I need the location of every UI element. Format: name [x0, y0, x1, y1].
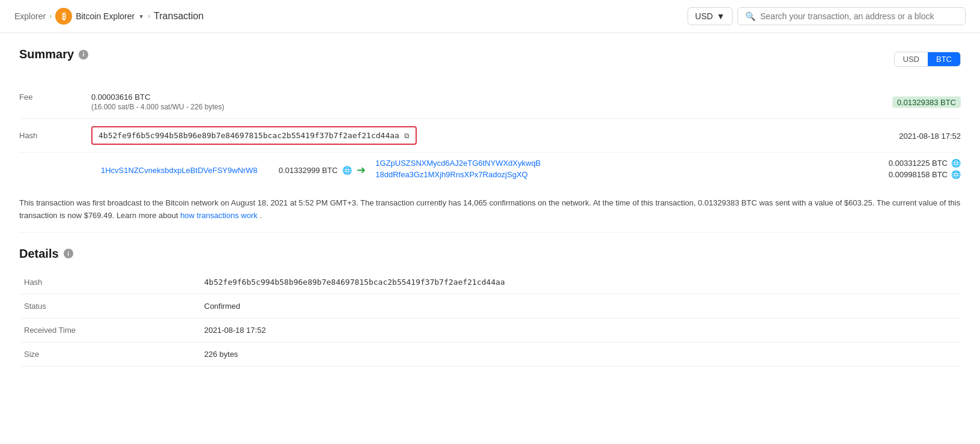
table-row: Size 226 bytes	[19, 342, 961, 366]
table-row: Hash 4b52fe9f6b5c994b58b96e89b7e84697815…	[19, 270, 961, 294]
hash-date: 2021-08-18 17:52	[899, 131, 961, 140]
output-row-2: 18ddRfea3Gz1MXjh9RnsXPx7RadozjSgXQ 0.009…	[375, 170, 961, 179]
input-amount: 0.01332999 BTC	[279, 166, 337, 175]
fee-badge: 0.01329383 BTC	[892, 96, 961, 108]
details-received-label: Received Time	[19, 318, 199, 342]
currency-selector[interactable]: USD ▼	[688, 7, 733, 25]
summary-title: Summary i	[19, 47, 88, 61]
output-amount-1: 0.00331225 BTC 🌐	[889, 159, 961, 168]
details-status-label: Status	[19, 294, 199, 318]
search-icon: 🔍	[745, 11, 755, 21]
tx-amount-middle: 0.01332999 BTC 🌐 ➜	[279, 163, 366, 177]
globe-icon: 🌐	[342, 166, 352, 175]
currency-value: USD	[695, 11, 713, 21]
transaction-description: This transaction was first broadcast to …	[19, 187, 961, 233]
summary-info-icon[interactable]: i	[79, 50, 88, 59]
bitcoin-explorer-link[interactable]: Bitcoin Explorer ▼	[76, 11, 144, 21]
details-info-icon[interactable]: i	[64, 249, 73, 258]
main-content: Summary i USD BTC Fee 0.00003616 BTC (16…	[0, 33, 980, 381]
input-address-link[interactable]: 1HcvS1NZCvneksbdxpLeBtDVeFSY9wNrW8	[101, 166, 258, 175]
bitcoin-icon: ₿	[55, 8, 72, 25]
copy-icon[interactable]: ⧉	[404, 132, 410, 140]
header: Explorer › ₿ Bitcoin Explorer ▼ › Transa…	[0, 0, 980, 33]
description-text: This transaction was first broadcast to …	[19, 198, 960, 220]
bitcoin-explorer-label: Bitcoin Explorer	[76, 11, 135, 21]
currency-toggle[interactable]: USD BTC	[894, 52, 961, 67]
breadcrumb-arrow-1: ›	[49, 12, 52, 20]
output-address-2-link[interactable]: 18ddRfea3Gz1MXjh9RnsXPx7RadozjSgXQ	[375, 170, 528, 179]
details-size-label: Size	[19, 342, 199, 366]
output-amount-2: 0.00998158 BTC 🌐	[889, 170, 961, 179]
hash-box: 4b52fe9f6b5c994b58b96e89b7e84697815bcac2…	[91, 126, 417, 145]
tx-inputs: 1HcvS1NZCvneksbdxpLeBtDVeFSY9wNrW8	[101, 165, 269, 175]
description-end: .	[259, 211, 262, 220]
fee-label: Fee	[19, 93, 91, 102]
transaction-flow-row: 1HcvS1NZCvneksbdxpLeBtDVeFSY9wNrW8 0.013…	[19, 153, 961, 187]
fee-row: Fee 0.00003616 BTC (16.000 sat/B - 4.000…	[19, 85, 961, 119]
globe-red-icon-2: 🌐	[951, 170, 961, 179]
summary-header: Summary i USD BTC	[19, 47, 961, 71]
table-row: Status Confirmed	[19, 294, 961, 318]
table-row: Received Time 2021-08-18 17:52	[19, 318, 961, 342]
bitcoin-explorer-dropdown-icon: ▼	[138, 13, 144, 20]
explorer-link[interactable]: Explorer	[14, 11, 46, 21]
output-row-1: 1GZpUSZSNXMycd6AJ2eTG6tNYWXdXykwqB 0.003…	[375, 159, 961, 168]
search-input[interactable]	[760, 11, 958, 21]
search-box[interactable]: 🔍	[737, 7, 966, 25]
globe-red-icon-1: 🌐	[951, 159, 961, 168]
how-transactions-link[interactable]: how transactions work	[180, 211, 258, 220]
details-table: Hash 4b52fe9f6b5c994b58b96e89b7e84697815…	[19, 270, 961, 366]
details-size-value: 226 bytes	[199, 342, 961, 366]
arrow-icon: ➜	[357, 163, 366, 177]
hash-content: 4b52fe9f6b5c994b58b96e89b7e84697815bcac2…	[91, 126, 961, 145]
fee-sub-value: (16.000 sat/B - 4.000 sat/WU - 226 bytes…	[91, 103, 961, 111]
breadcrumb-arrow-2: ›	[148, 12, 150, 20]
details-status-value: Confirmed	[199, 294, 961, 318]
details-hash-value: 4b52fe9f6b5c994b58b96e89b7e84697815bcac2…	[199, 270, 961, 294]
btc-toggle-button[interactable]: BTC	[928, 52, 960, 66]
hash-row: Hash 4b52fe9f6b5c994b58b96e89b7e84697815…	[19, 119, 961, 153]
transaction-breadcrumb: Transaction	[154, 11, 204, 22]
hash-label: Hash	[19, 131, 91, 140]
fee-content: 0.00003616 BTC (16.000 sat/B - 4.000 sat…	[91, 93, 961, 111]
output-address-1-link[interactable]: 1GZpUSZSNXMycd6AJ2eTG6tNYWXdXykwqB	[375, 159, 540, 168]
currency-dropdown-icon: ▼	[716, 11, 725, 21]
output-amount-2-value: 0.00998158 BTC	[889, 170, 948, 179]
hash-value: 4b52fe9f6b5c994b58b96e89b7e84697815bcac2…	[98, 131, 399, 140]
details-title: Details i	[19, 247, 961, 261]
usd-toggle-button[interactable]: USD	[895, 52, 928, 66]
output-amount-1-value: 0.00331225 BTC	[889, 159, 948, 168]
details-hash-label: Hash	[19, 270, 199, 294]
fee-main-value: 0.00003616 BTC	[91, 93, 961, 102]
tx-outputs: 1GZpUSZSNXMycd6AJ2eTG6tNYWXdXykwqB 0.003…	[375, 159, 961, 181]
details-received-value: 2021-08-18 17:52	[199, 318, 961, 342]
breadcrumb: Explorer › ₿ Bitcoin Explorer ▼ › Transa…	[14, 8, 683, 25]
